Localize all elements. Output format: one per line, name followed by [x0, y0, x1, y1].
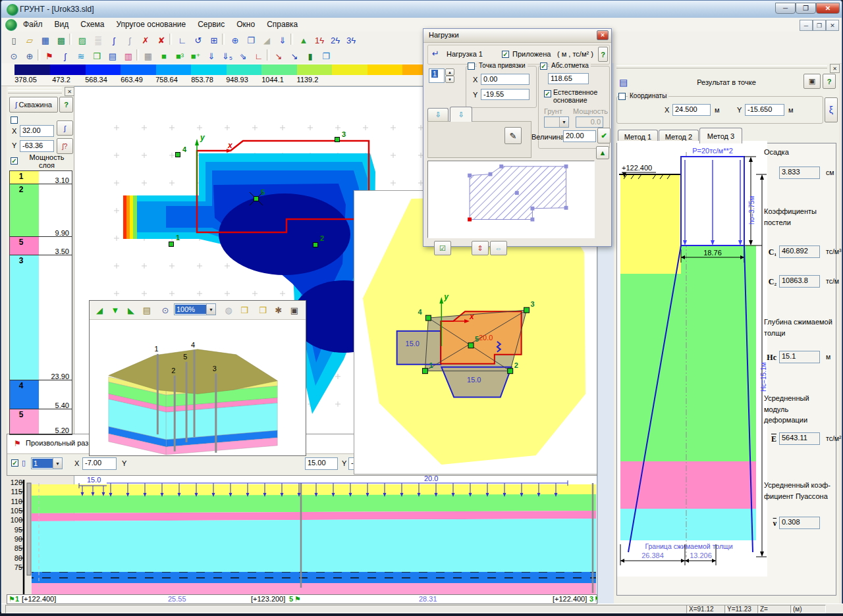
spring-result-button[interactable]: ξ: [825, 97, 838, 122]
anchor-y-field[interactable]: -19.55: [481, 89, 530, 100]
borehole-layer[interactable]: 5 3.50: [10, 237, 72, 255]
result-value-field[interactable]: 10863.8: [779, 275, 820, 288]
zoom-target-icon[interactable]: ⊕: [22, 49, 37, 63]
settlement-arrow-icon[interactable]: ⇓: [275, 33, 290, 47]
settings-3d-icon[interactable]: ✱: [271, 303, 286, 317]
tab-load-poly-icon[interactable]: ⇩: [450, 107, 472, 122]
zoom-3d-icon[interactable]: ⊙: [158, 303, 173, 317]
clipboard-icon[interactable]: ▤: [105, 49, 120, 63]
section-index-dropdown[interactable]: 1▼: [31, 457, 63, 469]
section-enabled-checkbox[interactable]: ✓: [11, 459, 18, 467]
result-help-button[interactable]: ?: [823, 74, 836, 89]
goto-borehole-button[interactable]: ʃ: [57, 120, 73, 136]
photo-3d-icon[interactable]: ▣: [287, 303, 302, 317]
new-file-icon[interactable]: ▯: [7, 33, 21, 47]
applied-checkbox[interactable]: ✓: [502, 51, 509, 58]
mdi-restore-icon[interactable]: ❐: [813, 20, 826, 31]
soil-dropdown[interactable]: ▼: [544, 116, 569, 128]
borehole-layer[interactable]: 3 23.90: [10, 255, 72, 380]
load-5-icon[interactable]: ⇓₅: [220, 49, 234, 63]
dialog-help-button[interactable]: ?: [598, 47, 608, 62]
open-file-icon[interactable]: ▱: [22, 33, 37, 47]
coords-lock-checkbox[interactable]: [11, 116, 18, 124]
menu-item[interactable]: Схема: [74, 18, 110, 31]
grid-icon[interactable]: ▦: [141, 49, 155, 63]
pan-frame-icon[interactable]: ❐: [244, 33, 258, 47]
zoom-in-icon[interactable]: ⊙: [7, 49, 21, 63]
borehole-probe-icon[interactable]: ʃ: [58, 49, 72, 63]
dialog-title-bar[interactable]: Нагрузки ✕: [423, 29, 611, 43]
borehole-button[interactable]: ʃ Скважина: [9, 97, 58, 113]
edit-polygon-button[interactable]: ✎: [504, 127, 522, 144]
polygon-preview-canvas[interactable]: [428, 161, 593, 236]
viewer-3d-canvas[interactable]: 1 2 5 4 3: [90, 320, 306, 455]
menu-item[interactable]: Сервис: [192, 18, 231, 31]
axes-icon[interactable]: ∟: [252, 49, 266, 63]
spin-up-icon[interactable]: ▲: [445, 68, 454, 76]
bh-y-field[interactable]: -63.36: [20, 140, 54, 152]
center-target-icon[interactable]: ⊕: [228, 33, 242, 47]
bh-x-field[interactable]: 32.00: [20, 125, 54, 137]
result-value-field[interactable]: 5643.11: [779, 432, 820, 445]
borehole-layer[interactable]: 5 5.20: [10, 409, 72, 434]
apply-magnitude-button[interactable]: ✔: [597, 128, 611, 143]
load-icon[interactable]: ⇓: [204, 49, 219, 63]
borehole-layer[interactable]: 4 5.40: [10, 380, 72, 409]
save-icon[interactable]: ▦: [38, 33, 53, 47]
view-plane-icon[interactable]: ◢: [92, 303, 107, 317]
solid-3d-icon[interactable]: ❒: [90, 49, 104, 63]
solid-box-icon[interactable]: ❒: [237, 303, 252, 317]
axes-undo-icon[interactable]: ↺: [191, 33, 205, 47]
menu-item[interactable]: Справка: [261, 18, 304, 31]
layers-icon[interactable]: ≋: [74, 49, 88, 63]
menu-item[interactable]: Окно: [231, 18, 261, 31]
tab-load-rect-icon[interactable]: ⇩: [427, 108, 449, 121]
title-bar[interactable]: ГРУНТ - [Urok33.sld] ─ ❐ ✕: [1, 1, 842, 18]
menu-item[interactable]: Файл: [17, 18, 49, 31]
flag-icon[interactable]: ⚑: [42, 49, 57, 63]
close-button[interactable]: ✕: [816, 3, 840, 14]
result-value-field[interactable]: 0.308: [779, 517, 820, 529]
node-3d-icon[interactable]: ■³: [173, 49, 187, 63]
tree-up-button[interactable]: ▲: [596, 146, 609, 159]
minimize-button[interactable]: ─: [775, 3, 796, 14]
axes-move-icon[interactable]: ∟: [175, 33, 190, 47]
menu-item[interactable]: Упругое основание: [110, 18, 192, 31]
delete-borehole-icon[interactable]: ✗: [138, 33, 153, 47]
globe-icon[interactable]: ◍: [221, 303, 236, 317]
water-level-icon[interactable]: ▮: [303, 49, 317, 63]
soil-thickness-field[interactable]: 0.0: [576, 116, 603, 128]
result-value-field[interactable]: 3.833: [779, 167, 820, 179]
delete-boreholes-icon[interactable]: ✘: [154, 33, 169, 47]
load-index-field[interactable]: 1: [429, 68, 445, 83]
borehole-help-button[interactable]: ?: [59, 97, 73, 113]
coords-checkbox[interactable]: [618, 93, 626, 100]
move-node-icon[interactable]: ↘: [271, 49, 286, 63]
section-window-icon[interactable]: ❐: [319, 49, 333, 63]
field-map-icon[interactable]: ▨: [75, 33, 90, 47]
save-image-icon[interactable]: ▩: [54, 33, 68, 47]
mdi-close-icon[interactable]: ✕: [826, 20, 839, 31]
mdi-minimize-icon[interactable]: ─: [800, 20, 813, 31]
spring-1-icon[interactable]: 1ϟ: [312, 33, 327, 47]
menu-item[interactable]: Вид: [49, 18, 75, 31]
section-x2-field[interactable]: 15.00: [305, 457, 338, 470]
slope-icon[interactable]: ◢: [259, 33, 274, 47]
maximize-button[interactable]: ❐: [796, 3, 816, 14]
edge-box-icon[interactable]: ❒: [256, 303, 270, 317]
magnitude-field[interactable]: 20.00: [563, 130, 596, 142]
dialog-close-button[interactable]: ✕: [597, 30, 609, 40]
anchor-x-field[interactable]: 0.00: [481, 74, 530, 85]
result-value-field[interactable]: 15.1: [779, 351, 820, 363]
result-value-field[interactable]: 460.892: [779, 245, 820, 258]
spin-down-icon[interactable]: ▼: [445, 76, 454, 83]
flip-vertical-button[interactable]: ⇕: [472, 241, 489, 255]
zoom-level-dropdown[interactable]: 100%▼: [174, 303, 216, 315]
spring-3-icon[interactable]: 3ϟ: [344, 33, 358, 47]
natural-base-checkbox[interactable]: ✓: [544, 90, 551, 97]
abs-mark-field[interactable]: 118.65: [548, 73, 589, 84]
view-angle-icon[interactable]: ◣: [124, 303, 138, 317]
section-x-field[interactable]: -7.00: [82, 457, 117, 470]
colorbar-icon[interactable]: ▥: [121, 49, 136, 63]
anchor-checkbox[interactable]: [468, 63, 475, 70]
